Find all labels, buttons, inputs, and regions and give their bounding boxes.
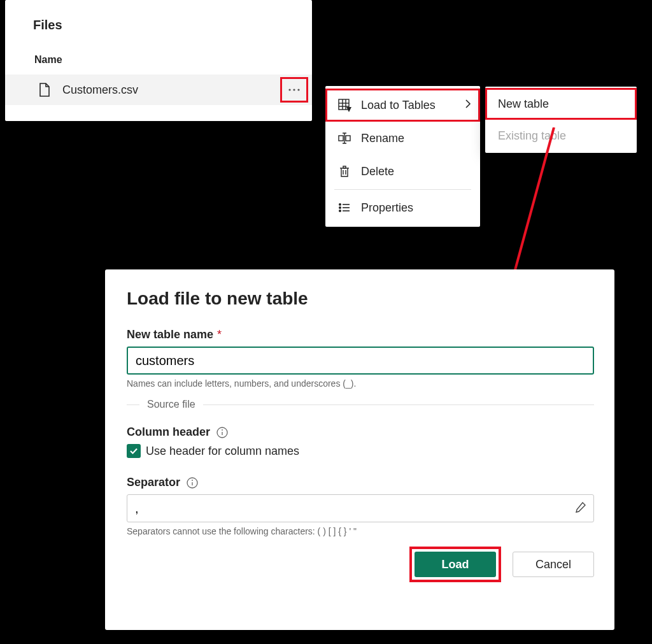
rename-icon [337,131,352,146]
svg-rect-10 [339,136,343,141]
svg-point-23 [222,429,223,431]
more-actions-button[interactable] [280,77,308,103]
info-icon[interactable] [216,427,228,438]
use-header-label: Use header for column names [146,445,299,458]
menu-item-label: Delete [361,165,394,178]
cancel-button[interactable]: Cancel [513,552,594,577]
files-title: Files [5,18,312,32]
load-table-dialog: Load file to new table New table name * … [105,269,614,630]
document-icon [38,82,51,97]
file-row[interactable]: Customers.csv [5,75,312,105]
properties-icon [337,200,352,215]
column-header-label: Column header [127,426,594,439]
info-icon[interactable] [187,477,198,489]
menu-item-label: Load to Tables [361,99,436,112]
svg-point-26 [192,480,193,481]
separator-hint: Separators cannot use the following char… [127,526,594,536]
required-asterisk: * [217,328,222,341]
load-button[interactable]: Load [415,552,496,577]
chevron-right-icon [465,99,471,112]
submenu: New table Existing table [485,87,637,153]
new-table-name-input[interactable] [127,347,594,375]
svg-point-14 [339,204,341,205]
submenu-item-existing-table: Existing table [485,120,637,152]
ellipsis-icon [288,88,301,92]
submenu-item-new-table[interactable]: New table [485,88,637,120]
svg-point-1 [293,89,295,90]
svg-rect-11 [346,136,350,141]
files-panel: Files Name Customers.csv [5,0,312,121]
section-source-file: Source file [127,399,594,410]
trash-icon [337,164,352,179]
menu-item-delete[interactable]: Delete [325,155,480,188]
svg-point-16 [339,207,341,208]
svg-point-18 [339,210,341,211]
dialog-buttons: Load Cancel [127,547,594,582]
table-load-icon [337,97,352,113]
menu-item-label: Rename [361,132,404,145]
separator-input[interactable] [127,494,594,522]
checkbox-checked-icon[interactable] [127,444,141,458]
new-table-name-label: New table name * [127,328,594,341]
menu-item-rename[interactable]: Rename [325,122,480,155]
svg-point-2 [297,89,299,90]
column-header-name: Name [5,54,312,66]
submenu-item-label: Existing table [498,129,566,143]
svg-point-0 [288,89,290,90]
edit-icon[interactable] [575,501,586,515]
dialog-title: Load file to new table [127,289,594,309]
submenu-item-label: New table [498,97,549,111]
menu-item-load-to-tables[interactable]: Load to Tables [325,89,480,122]
menu-item-properties[interactable]: Properties [325,191,480,224]
file-name: Customers.csv [62,83,280,97]
use-header-row[interactable]: Use header for column names [127,444,594,458]
context-menu: Load to Tables Rename Delete Prop [325,86,480,227]
menu-item-label: Properties [361,201,413,215]
menu-separator [334,189,471,190]
name-hint: Names can include letters, numbers, and … [127,378,594,389]
separator-label: Separator [127,476,594,489]
annotation-highlight-load: Load [409,547,501,582]
